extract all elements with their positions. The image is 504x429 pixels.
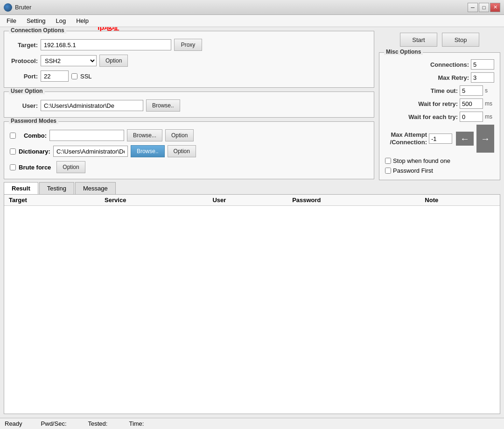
right-panel: Start Stop Misc Options Connections: Max… — [379, 31, 500, 180]
wait-try-input[interactable] — [460, 112, 483, 122]
connections-row: Connections: — [385, 59, 494, 70]
target-row: Target: Proxy — [10, 39, 368, 51]
col-service: Service — [100, 195, 208, 206]
timeout-input[interactable] — [460, 85, 483, 96]
tabs-section: Result Testing Message Target Service Us… — [0, 182, 504, 418]
combo-checkbox[interactable] — [10, 133, 16, 139]
combo-input[interactable] — [49, 130, 124, 141]
max-attempt-row: Max Attempt /Connection: ← → — [385, 125, 494, 153]
ssl-checkbox[interactable] — [71, 73, 77, 79]
proxy-button[interactable]: Proxy — [174, 39, 202, 51]
menu-setting[interactable]: Setting — [22, 16, 50, 26]
menu-help[interactable]: Help — [71, 16, 93, 26]
password-first-checkbox[interactable] — [385, 168, 391, 174]
user-row: User: Browse.. — [10, 99, 368, 112]
port-input[interactable] — [41, 70, 69, 82]
port-label: Port: — [10, 73, 38, 80]
status-time: Time: — [129, 420, 147, 427]
dict-input[interactable] — [53, 146, 128, 157]
wait-retry-row: Wait for retry: ms — [385, 98, 494, 109]
stop-button[interactable]: Stop — [442, 33, 479, 47]
stop-when-found-checkbox[interactable] — [385, 158, 391, 164]
connection-options-title: Connection Options — [9, 27, 66, 34]
timeout-row: Time out: s — [385, 85, 494, 96]
ip-annotation: ip地址 — [98, 27, 119, 33]
timeout-label: Time out: — [385, 87, 458, 94]
title-bar: Bruter ─ □ ✕ — [0, 0, 504, 15]
target-input[interactable] — [41, 39, 171, 50]
combo-option-button[interactable]: Option — [165, 129, 194, 141]
tab-message[interactable]: Message — [75, 182, 116, 194]
status-bar: Ready Pwd/Sec: Tested: Time: — [0, 418, 504, 429]
user-option-title: User Option — [9, 88, 45, 94]
user-browse-button[interactable]: Browse.. — [146, 99, 180, 112]
combo-label: Combo: — [19, 132, 47, 139]
action-buttons: Start Stop — [379, 31, 500, 49]
protocol-select[interactable]: SSH2 FTP HTTP SMTP POP3 IMAP Telnet — [41, 55, 97, 66]
col-note: Note — [420, 195, 500, 206]
left-arrow-button[interactable]: ← — [456, 132, 474, 146]
content-area: Connection Options ip地址 Target: Proxy Pr… — [0, 27, 504, 429]
user-input[interactable] — [41, 100, 143, 111]
time-label: Time: — [129, 420, 144, 427]
port-row: Port: SSL — [10, 70, 368, 82]
dict-option-button[interactable]: Option — [168, 145, 196, 157]
close-button[interactable]: ✕ — [490, 3, 500, 12]
password-first-label: Password First — [393, 167, 433, 174]
pwd-sec-label: Pwd/Sec: — [41, 420, 67, 427]
minimize-button[interactable]: ─ — [468, 3, 478, 12]
status-pwdsec: Pwd/Sec: — [41, 420, 70, 427]
tab-content: Target Service User Password Note — [4, 194, 500, 414]
dict-browse-button[interactable]: Browse.. — [131, 145, 165, 157]
tab-result[interactable]: Result — [4, 182, 38, 194]
ssl-label: SSL — [80, 73, 92, 80]
max-attempt-input[interactable] — [429, 134, 452, 144]
wait-retry-input[interactable] — [460, 98, 483, 109]
connections-input[interactable] — [471, 59, 494, 70]
connections-label: Connections: — [385, 61, 469, 68]
brute-force-row: Brute force Option — [10, 161, 368, 173]
brute-checkbox[interactable] — [10, 164, 16, 170]
combo-browse-button[interactable]: Browse... — [127, 129, 162, 141]
wait-try-label: Wait for each try: — [385, 113, 458, 120]
protocol-row: Protocol: SSH2 FTP HTTP SMTP POP3 IMAP T… — [10, 55, 368, 67]
title-bar-text: Bruter — [15, 4, 468, 11]
title-bar-controls: ─ □ ✕ — [468, 3, 500, 12]
dict-checkbox[interactable] — [10, 148, 16, 155]
start-button[interactable]: Start — [400, 33, 437, 47]
col-password: Password — [287, 195, 420, 206]
maximize-button[interactable]: □ — [479, 3, 489, 12]
app-icon — [4, 3, 12, 12]
menu-log[interactable]: Log — [51, 16, 70, 26]
connection-options-group: Connection Options ip地址 Target: Proxy Pr… — [4, 31, 374, 88]
max-retry-row: Max Retry: — [385, 72, 494, 83]
wait-retry-unit: ms — [485, 100, 494, 107]
timeout-unit: s — [485, 87, 494, 94]
password-first-row: Password First — [385, 167, 494, 174]
tab-testing[interactable]: Testing — [39, 182, 74, 194]
wait-try-unit: ms — [485, 113, 494, 120]
protocol-label: Protocol: — [10, 57, 38, 64]
brute-label: Brute force — [19, 164, 51, 171]
brute-option-button[interactable]: Option — [56, 161, 85, 173]
protocol-option-button[interactable]: Option — [99, 55, 128, 67]
nav-arrows-container: ← — [456, 132, 474, 146]
col-target: Target — [4, 195, 100, 206]
max-attempt-label: Max Attempt /Connection: — [385, 131, 427, 146]
menu-bar: File Setting Log Help — [0, 15, 504, 27]
stop-when-found-row: Stop when found one — [385, 157, 494, 164]
user-label: User: — [10, 102, 38, 109]
max-retry-input[interactable] — [471, 72, 494, 83]
status-tested: Tested: — [88, 420, 111, 427]
wait-retry-label: Wait for retry: — [385, 100, 458, 107]
max-retry-label: Max Retry: — [385, 74, 469, 81]
stop-when-found-label: Stop when found one — [393, 157, 450, 164]
results-table: Target Service User Password Note — [4, 195, 500, 206]
tested-label: Tested: — [88, 420, 108, 427]
wait-try-row: Wait for each try: ms — [385, 112, 494, 122]
password-modes-group: Password Modes Combo: Browse... Option D… — [4, 121, 374, 179]
right-arrow-button[interactable]: → — [476, 125, 494, 153]
menu-file[interactable]: File — [2, 16, 21, 26]
status-ready: Ready — [5, 420, 22, 427]
misc-options-group: Misc Options Connections: Max Retry: Tim… — [379, 52, 500, 180]
